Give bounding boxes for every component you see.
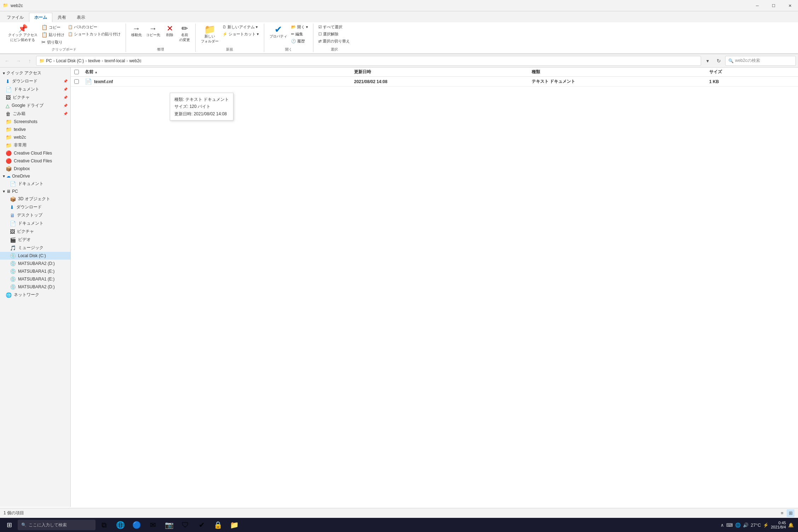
delete-button[interactable]: ✕ 削除 <box>163 24 177 39</box>
vpn-button[interactable]: 🔒 <box>210 518 226 532</box>
col-date[interactable]: 更新日時 <box>354 69 532 75</box>
select-all-button[interactable]: ☑ すべて選択 <box>317 24 351 30</box>
shield-button[interactable]: 🛡 <box>178 518 193 532</box>
table-row[interactable]: 📄 texmf.cnf 2021/08/02 14:08 テキスト ドキュメント… <box>71 77 798 87</box>
network-sys-icon[interactable]: 🌐 <box>735 522 741 528</box>
sidebar-item-dropbox[interactable]: 📦 Dropbox <box>0 165 70 173</box>
file-checkbox[interactable] <box>74 79 79 84</box>
paste-icon: 📋 <box>41 32 47 37</box>
sidebar-pc-header[interactable]: ▾ 🖥 PC <box>0 188 70 195</box>
history-button[interactable]: 🕐 履歴 <box>290 38 310 45</box>
col-name[interactable]: 名前 ▲ <box>82 69 354 75</box>
sidebar-item-hijoyou[interactable]: 📁 非常用 <box>0 141 70 149</box>
refresh-button[interactable]: ↻ <box>714 56 724 66</box>
sidebar-item-localdisk[interactable]: 💿 Local Disk (C:) <box>0 252 70 260</box>
sidebar-item-docs2[interactable]: 📄 ドキュメント <box>0 219 70 227</box>
start-button[interactable]: ⊞ <box>1 518 17 532</box>
sidebar-item-desktop[interactable]: 🖥 デスクトップ <box>0 211 70 219</box>
sidebar-item-texlive[interactable]: 📁 texlive <box>0 126 70 133</box>
sidebar-item-3d[interactable]: 📦 3D オブジェクト <box>0 195 70 203</box>
sidebar-item-download[interactable]: ⬇ ダウンロード 📌 <box>0 77 70 85</box>
camera-button[interactable]: 📷 <box>161 518 177 532</box>
keyboard-icon[interactable]: ⌨ <box>726 522 733 528</box>
volume-icon[interactable]: 🔊 <box>743 522 748 528</box>
file-icon: 📄 <box>85 78 92 85</box>
sidebar-item-onedrive-docs[interactable]: 📄 ドキュメント <box>0 180 70 188</box>
tab-home[interactable]: ホーム <box>29 13 52 22</box>
col-type[interactable]: 種類 <box>532 69 709 75</box>
crumb-web2c[interactable]: web2c <box>129 58 141 63</box>
address-bar[interactable]: 📁 PC › Local Disk (C:) › texlive › texmf… <box>36 56 701 66</box>
maximize-button[interactable]: ☐ <box>765 0 782 11</box>
quick-access-button[interactable]: 📌 クイック アクセスにピン留めする <box>6 24 39 44</box>
details-view-button[interactable]: ≡ <box>778 509 786 517</box>
expand-address-button[interactable]: ▾ <box>702 56 712 66</box>
sidebar-item-pictures[interactable]: 🖼 ピクチャ 📌 <box>0 93 70 102</box>
forward-button[interactable]: → <box>13 56 23 66</box>
tab-file[interactable]: ファイル <box>1 13 29 22</box>
sidebar-item-web2c[interactable]: 📁 web2c <box>0 133 70 141</box>
sidebar-item-pics[interactable]: 🖼 ピクチャ <box>0 227 70 236</box>
crumb-localdisk[interactable]: Local Disk (C:) <box>56 58 84 63</box>
sidebar-item-screenshots[interactable]: 📁 Screenshots <box>0 118 70 126</box>
properties-button[interactable]: ✔ プロパティ <box>268 24 289 40</box>
taskbar-clock[interactable]: 0:45 2021/8/4 <box>771 521 786 529</box>
sidebar-item-dl[interactable]: ⬇ ダウンロード <box>0 203 70 211</box>
file-tooltip: 種類: テキスト ドキュメント サイズ: 120 バイト 更新日時: 2021/… <box>170 93 233 121</box>
edge-button[interactable]: 🌐 <box>112 518 128 532</box>
sidebar-item-music[interactable]: 🎵 ミュージック <box>0 244 70 252</box>
large-icon-view-button[interactable]: ⊞ <box>787 509 794 517</box>
new-folder-button[interactable]: 📁 新しいフォルダー <box>199 24 220 45</box>
sidebar-item-gdrive[interactable]: △ Google ドライブ 📌 <box>0 102 70 110</box>
file-explorer-button[interactable]: 📁 <box>226 518 242 532</box>
paste-shortcut-button[interactable]: 📋 ショートカットの貼り付け <box>66 31 122 37</box>
search-bar[interactable]: 🔍 web2cの検索 <box>725 56 796 66</box>
back-button[interactable]: ← <box>2 56 12 66</box>
col-size[interactable]: サイズ <box>709 69 798 75</box>
cut-button[interactable]: ✂ 切り取り <box>40 39 66 46</box>
minimize-button[interactable]: ─ <box>749 0 765 11</box>
sidebar-item-mat2d[interactable]: 💿 MATSUBARA2 (D:) <box>0 260 70 267</box>
shortcut-button[interactable]: ⚡ ショートカット ▾ <box>221 31 260 37</box>
crumb-texlive[interactable]: texlive <box>88 58 100 63</box>
up-button[interactable]: ↑ <box>25 56 35 66</box>
sidebar-item-cc2[interactable]: 🔴 Creative Cloud Files <box>0 157 70 165</box>
sidebar-onedrive-header[interactable]: ▾ ☁ OneDrive <box>0 173 70 180</box>
taskbar-search[interactable]: 🔍 ここに入力して検索 <box>18 520 96 530</box>
check-button[interactable]: ✔ <box>194 518 209 532</box>
invert-selection-button[interactable]: ⇄ 選択の切り替え <box>317 38 351 45</box>
hidden-icons-button[interactable]: ∧ <box>721 522 724 528</box>
move-to-button[interactable]: → 移動先 <box>129 24 144 39</box>
copy-path-button[interactable]: 📋 パスのコピー <box>66 24 122 30</box>
copy-icon: 📋 <box>41 24 47 30</box>
open-button[interactable]: 📂 開く ▾ <box>290 24 310 30</box>
deselect-button[interactable]: ☐ 選択解除 <box>317 31 351 37</box>
tab-share[interactable]: 共有 <box>52 13 71 22</box>
crumb-texmf-local[interactable]: texmf-local <box>104 58 125 63</box>
sidebar-item-mat2d2[interactable]: 💿 MATSUBARA2 (D:) <box>0 283 70 291</box>
sidebar-item-video[interactable]: 🎬 ビデオ <box>0 236 70 244</box>
select-all-checkbox[interactable] <box>74 70 79 74</box>
task-view-button[interactable]: ⧉ <box>96 518 112 532</box>
rename-button[interactable]: ✏ 名前の変更 <box>178 24 192 44</box>
sidebar-item-documents[interactable]: 📄 ドキュメント 📌 <box>0 85 70 93</box>
new-item-button[interactable]: 🗋 新しいアイテム ▾ <box>221 24 260 30</box>
sidebar-item-cc1[interactable]: 🔴 Creative Cloud Files <box>0 149 70 157</box>
edit-button[interactable]: ✏ 編集 <box>290 31 310 37</box>
sidebar-item-network[interactable]: 🌐 ネットワーク <box>0 291 70 299</box>
sidebar-item-mat1e[interactable]: 💿 MATSUBARA1 (E:) <box>0 267 70 275</box>
chrome-button[interactable]: 🔵 <box>129 518 144 532</box>
copy-button[interactable]: 📋 コピー <box>40 24 66 31</box>
mail-button[interactable]: ✉ <box>145 518 161 532</box>
sidebar-item-mat1e2[interactable]: 💿 MATSUBARA1 (E:) <box>0 275 70 283</box>
paste-button[interactable]: 📋 貼り付け <box>40 31 66 38</box>
crumb-pc[interactable]: PC <box>46 58 52 63</box>
sidebar-quick-access-header[interactable]: ▾ クイック アクセス <box>0 69 70 77</box>
notification-icon[interactable]: 🔔 <box>788 522 794 528</box>
close-button[interactable]: ✕ <box>782 0 798 11</box>
tab-view[interactable]: 表示 <box>71 13 91 22</box>
tooltip-size-value: 120 バイト <box>190 104 210 109</box>
taskbar-search-placeholder: ここに入力して検索 <box>29 522 67 528</box>
copy-to-button[interactable]: → コピー先 <box>144 24 162 39</box>
sidebar-item-trash[interactable]: 🗑 ごみ箱 📌 <box>0 110 70 118</box>
